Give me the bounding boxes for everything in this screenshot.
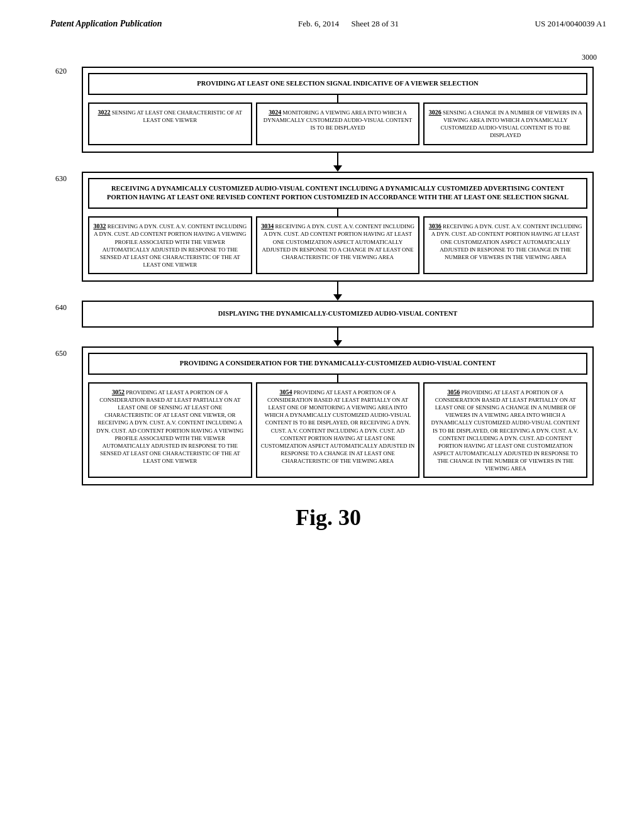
section-650-wrapper: 650 PROVIDING A CONSIDERATION FOR THE DY…: [82, 346, 594, 486]
label-620: 620: [55, 67, 67, 76]
top-box-630: RECEIVING A DYNAMICALLY CUSTOMIZED AUDIO…: [88, 178, 587, 209]
box-3052: 3052 PROVIDING AT LEAST A PORTION OF A C…: [88, 382, 252, 479]
box-3034: 3034 RECEIVING A DYN. CUST. A.V. CONTENT…: [256, 216, 420, 274]
arrow-640-650: [82, 328, 594, 346]
header: Patent Application Publication Feb. 6, 2…: [50, 19, 606, 29]
box-3026: 3026 SENSING A CHANGE IN A NUMBER OF VIE…: [423, 102, 587, 145]
section-630-wrapper: 630 RECEIVING A DYNAMICALLY CUSTOMIZED A…: [82, 172, 594, 282]
box-row-650: 3052 PROVIDING AT LEAST A PORTION OF A C…: [88, 382, 587, 479]
box-row-630: 3032 RECEIVING A DYN. CUST. A.V. CONTENT…: [88, 216, 587, 274]
diagram-area: 620 3000 PROVIDING AT LEAST ONE SELECTIO…: [50, 67, 606, 485]
box-3032: 3032 RECEIVING A DYN. CUST. A.V. CONTENT…: [88, 216, 252, 274]
box-640-text: DISPLAYING THE DYNAMICALLY-CUSTOMIZED AU…: [88, 307, 587, 321]
top-box-620: PROVIDING AT LEAST ONE SELECTION SIGNAL …: [88, 73, 587, 95]
inner-connector-630: [88, 209, 587, 216]
inner-connector-650: [88, 375, 587, 382]
label-3000: 3000: [582, 53, 597, 62]
section-630-box: RECEIVING A DYNAMICALLY CUSTOMIZED AUDIO…: [82, 172, 594, 282]
patent-number-label: US 2014/0040039 A1: [535, 19, 606, 29]
arrow-630-640: [82, 282, 594, 301]
inner-connector-620: [88, 95, 587, 102]
section-650-box: PROVIDING A CONSIDERATION FOR THE DYNAMI…: [82, 346, 594, 486]
box-3024: 3024 MONITORING A VIEWING AREA INTO WHIC…: [256, 102, 420, 145]
page: Patent Application Publication Feb. 6, 2…: [0, 0, 644, 830]
section-640-box: DISPLAYING THE DYNAMICALLY-CUSTOMIZED AU…: [82, 301, 594, 328]
section-620-box: PROVIDING AT LEAST ONE SELECTION SIGNAL …: [82, 67, 594, 153]
top-box-650: PROVIDING A CONSIDERATION FOR THE DYNAMI…: [88, 353, 587, 375]
date-label: Feb. 6, 2014 Sheet 28 of 31: [298, 19, 399, 29]
box-3056: 3056 PROVIDING AT LEAST A PORTION OF A C…: [423, 382, 587, 479]
publication-label: Patent Application Publication: [50, 19, 162, 29]
label-650: 650: [55, 349, 67, 358]
box-3022: 3022 SENSING AT LEAST ONE CHARACTERISTIC…: [88, 102, 252, 145]
section-640-wrapper: 640 DISPLAYING THE DYNAMICALLY-CUSTOMIZE…: [82, 301, 594, 328]
box-3036: 3036 RECEIVING A DYN. CUST. A.V. CONTENT…: [423, 216, 587, 274]
section-620-wrapper: 620 3000 PROVIDING AT LEAST ONE SELECTIO…: [82, 67, 594, 153]
box-row-620: 3022 SENSING AT LEAST ONE CHARACTERISTIC…: [88, 102, 587, 145]
label-640: 640: [55, 303, 67, 313]
label-630: 630: [55, 174, 67, 184]
flow-container: 620 3000 PROVIDING AT LEAST ONE SELECTIO…: [50, 67, 606, 485]
figure-label: Fig. 30: [50, 504, 606, 531]
arrow-620-630: [82, 153, 594, 172]
box-3054: 3054 PROVIDING AT LEAST A PORTION OF A C…: [256, 382, 420, 479]
